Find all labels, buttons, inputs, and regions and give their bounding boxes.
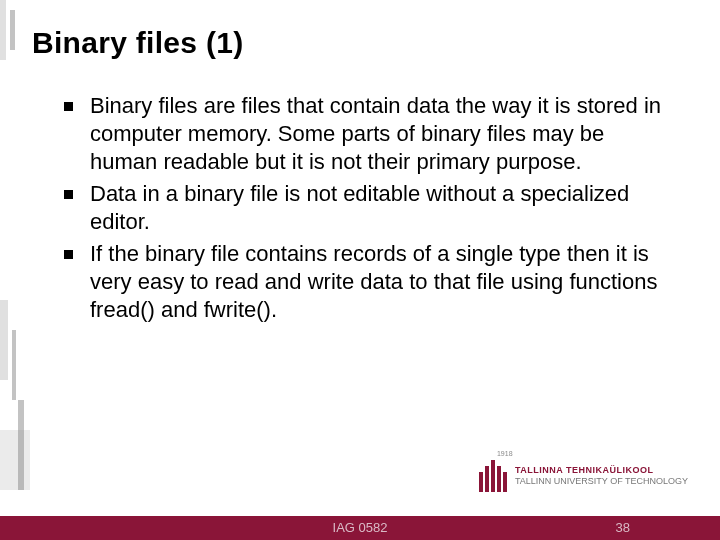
page-number: 38 <box>616 520 630 535</box>
logo-mark-icon <box>479 460 507 492</box>
slide: Binary files (1) Binary files are files … <box>0 0 720 540</box>
course-code: IAG 0582 <box>0 520 720 535</box>
logo-name-et: TALLINNA TEHNIKAÜLIKOOL <box>515 465 688 476</box>
logo-year: 1918 <box>497 450 513 457</box>
logo-name-en: TALLINN UNIVERSITY OF TECHNOLOGY <box>515 476 688 487</box>
footer-bar: IAG 0582 38 <box>0 516 720 540</box>
slide-body: Binary files are files that contain data… <box>58 92 664 328</box>
bullet-item: Data in a binary file is not editable wi… <box>58 180 664 236</box>
bullet-item: If the binary file contains records of a… <box>58 240 664 324</box>
bullet-list: Binary files are files that contain data… <box>58 92 664 324</box>
slide-title: Binary files (1) <box>32 26 244 60</box>
bullet-item: Binary files are files that contain data… <box>58 92 664 176</box>
university-logo: 1918 TALLINNA TEHNIKAÜLIKOOL TALLINN UNI… <box>479 460 688 492</box>
logo-text: TALLINNA TEHNIKAÜLIKOOL TALLINN UNIVERSI… <box>515 465 688 487</box>
